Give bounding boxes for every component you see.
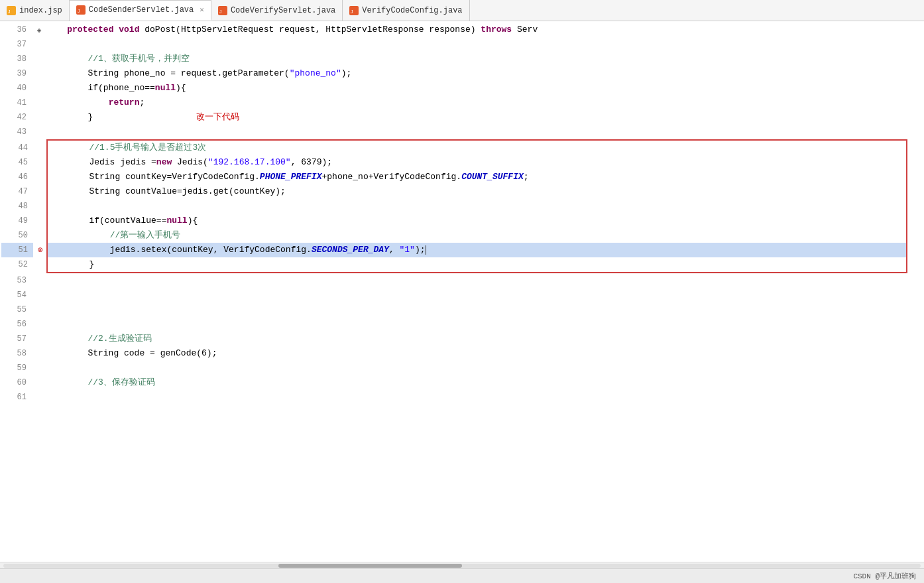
- line-number: 49: [1, 214, 33, 228]
- line-number: 52: [1, 257, 33, 272]
- line-42: 42 } 改一下代码: [0, 110, 924, 125]
- brand-label: CSDN @平凡加班狗: [853, 571, 916, 581]
- gutter-51: ⊗: [33, 243, 48, 257]
- line-number: 51: [1, 243, 33, 257]
- line-number: 57: [0, 332, 32, 346]
- svg-text:J: J: [219, 9, 222, 14]
- tab-verify-code-config[interactable]: J VerifyCodeConfig.java: [343, 0, 469, 21]
- scrollbar-thumb[interactable]: [278, 564, 462, 568]
- line-45: 45 Jedis jedis =new Jedis("192.168.17.10…: [48, 155, 906, 170]
- code-content-44: //1.5手机号输入是否超过3次: [48, 141, 906, 155]
- gutter-55: [32, 302, 46, 317]
- code-content-37: [46, 37, 924, 52]
- tab-bar: J index.jsp J CodeSenderServlet.java ✕ J…: [0, 0, 924, 21]
- line-58: 58 String code = genCode(6);: [0, 346, 924, 361]
- code-editor[interactable]: 36 ◈ protected void doPost(HttpServletRe…: [0, 21, 924, 562]
- line-47: 47 String countValue=jedis.get(countKey)…: [48, 184, 906, 199]
- line-number: 38: [0, 52, 32, 66]
- code-content-54: [46, 288, 924, 302]
- code-content-41: return;: [46, 96, 924, 110]
- code-content-40: if(phone_no==null){: [46, 81, 924, 96]
- gutter-42: [32, 110, 46, 125]
- line-number: 58: [0, 346, 32, 361]
- tab-code-sender-servlet[interactable]: J CodeSenderServlet.java ✕: [70, 0, 211, 21]
- line-number: 59: [0, 361, 32, 375]
- line-53: 53: [0, 273, 924, 288]
- code-content-46: String countKey=VerifyCodeConfig.PHONE_P…: [48, 170, 906, 184]
- line-number: 45: [1, 155, 33, 170]
- line-43: 43: [0, 125, 924, 139]
- tab-label: index.jsp: [19, 6, 62, 15]
- gutter-44: [33, 141, 48, 155]
- tab-code-verify-servlet[interactable]: J CodeVerifyServlet.java: [211, 0, 343, 21]
- gutter-57: [32, 332, 46, 346]
- code-content-55: [46, 302, 924, 317]
- line-61: 61: [0, 390, 924, 405]
- tab-index-jsp[interactable]: J index.jsp: [0, 0, 70, 21]
- gutter-56: [32, 317, 46, 332]
- code-lines-container: 36 ◈ protected void doPost(HttpServletRe…: [0, 21, 924, 405]
- gutter-36: ◈: [32, 23, 46, 37]
- line-number: 60: [0, 375, 32, 390]
- code-content-51: jedis.setex(countKey, VerifyCodeConfig.S…: [48, 243, 906, 257]
- gutter-39: [32, 66, 46, 81]
- gutter-41: [32, 96, 46, 110]
- line-46: 46 String countKey=VerifyCodeConfig.PHON…: [48, 170, 906, 184]
- status-bar: CSDN @平凡加班狗: [0, 568, 924, 583]
- gutter-47: [33, 184, 48, 199]
- line-50: 50 //第一输入手机号: [48, 228, 906, 243]
- line-number: 44: [1, 141, 33, 155]
- tab-label: CodeVerifyServlet.java: [231, 6, 335, 15]
- line-number: 42: [0, 110, 32, 125]
- code-content-45: Jedis jedis =new Jedis("192.168.17.100",…: [48, 155, 906, 170]
- code-content-48: [48, 199, 906, 214]
- gutter-58: [32, 346, 46, 361]
- line-number: 53: [0, 273, 32, 288]
- svg-text:J: J: [8, 9, 11, 14]
- scrollbar-track[interactable]: [3, 564, 921, 568]
- gutter-53: [32, 273, 46, 288]
- line-54: 54: [0, 288, 924, 302]
- line-39: 39 String phone_no = request.getParamete…: [0, 66, 924, 81]
- code-content-47: String countValue=jedis.get(countKey);: [48, 184, 906, 199]
- line-number: 40: [0, 81, 32, 96]
- line-44: 44 //1.5手机号输入是否超过3次: [48, 141, 906, 155]
- code-content-61: [46, 390, 924, 405]
- java-icon-3: J: [349, 6, 359, 15]
- line-number: 54: [0, 288, 32, 302]
- line-56: 56: [0, 317, 924, 332]
- gutter-54: [32, 288, 46, 302]
- line-40: 40 if(phone_no==null){: [0, 81, 924, 96]
- line-38: 38 //1、获取手机号，并判空: [0, 52, 924, 66]
- line-36: 36 ◈ protected void doPost(HttpServletRe…: [0, 23, 924, 37]
- code-content-43: [46, 125, 924, 139]
- code-content-39: String phone_no = request.getParameter("…: [46, 66, 924, 81]
- code-content-56: [46, 317, 924, 332]
- line-number: 48: [1, 199, 33, 214]
- svg-text:J: J: [351, 9, 353, 14]
- line-41: 41 return;: [0, 96, 924, 110]
- code-content-59: [46, 361, 924, 375]
- line-55: 55: [0, 302, 924, 317]
- line-52: 52 }: [48, 257, 906, 272]
- gutter-52: [33, 257, 48, 272]
- jsp-icon: J: [7, 6, 16, 15]
- line-number: 55: [0, 302, 32, 317]
- code-content-50: //第一输入手机号: [48, 228, 906, 243]
- line-number: 43: [0, 125, 32, 139]
- line-number: 37: [0, 37, 32, 52]
- horizontal-scrollbar[interactable]: [0, 562, 924, 568]
- line-number: 36: [0, 23, 32, 37]
- line-number: 56: [0, 317, 32, 332]
- java-icon: J: [76, 5, 86, 15]
- gutter-50: [33, 228, 48, 243]
- code-content-49: if(countValue==null){: [48, 214, 906, 228]
- gutter-40: [32, 81, 46, 96]
- gutter-60: [32, 375, 46, 390]
- code-content-36: protected void doPost(HttpServletRequest…: [46, 23, 924, 37]
- svg-text:J: J: [78, 9, 80, 13]
- line-number: 46: [1, 170, 33, 184]
- code-content-57: //2.生成验证码: [46, 332, 924, 346]
- gutter-49: [33, 214, 48, 228]
- tab-close-icon[interactable]: ✕: [200, 5, 204, 14]
